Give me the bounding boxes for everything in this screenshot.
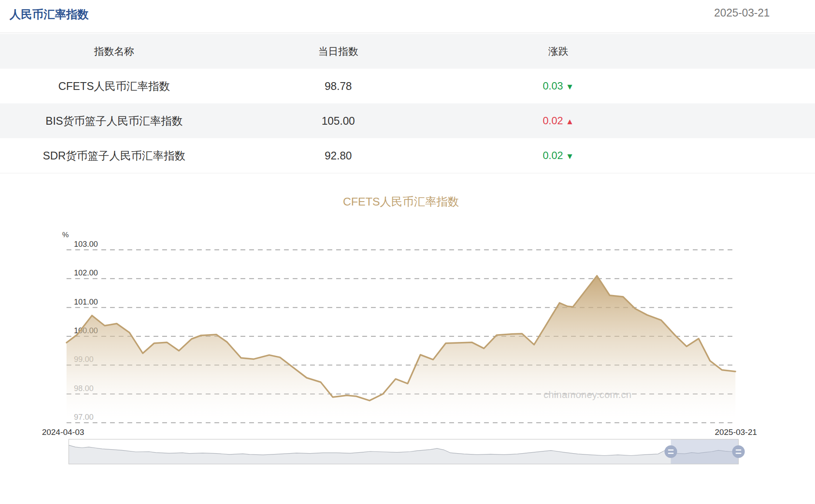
navigator-handle-left[interactable]: [665, 445, 677, 458]
rmb-exchange-rate-index-page: 人民币汇率指数 2025-03-21 指数名称 当日指数 涨跌 CFETS人民币…: [0, 0, 815, 504]
y-axis-unit-label: %: [62, 231, 69, 239]
chart-title: CFETS人民币汇率指数: [0, 194, 802, 209]
navigator-selected-range[interactable]: [671, 439, 738, 464]
chinamoney-watermark: chinamoney.com.cn: [539, 389, 636, 401]
x-axis-end-date: 2025-03-21: [708, 428, 764, 437]
cfets-area-fill: [67, 276, 735, 423]
navigator[interactable]: [69, 439, 745, 464]
navigator-handle-right[interactable]: [732, 445, 745, 458]
cfets-index-chart: [0, 0, 815, 504]
x-axis-start-date: 2024-04-03: [35, 428, 91, 437]
